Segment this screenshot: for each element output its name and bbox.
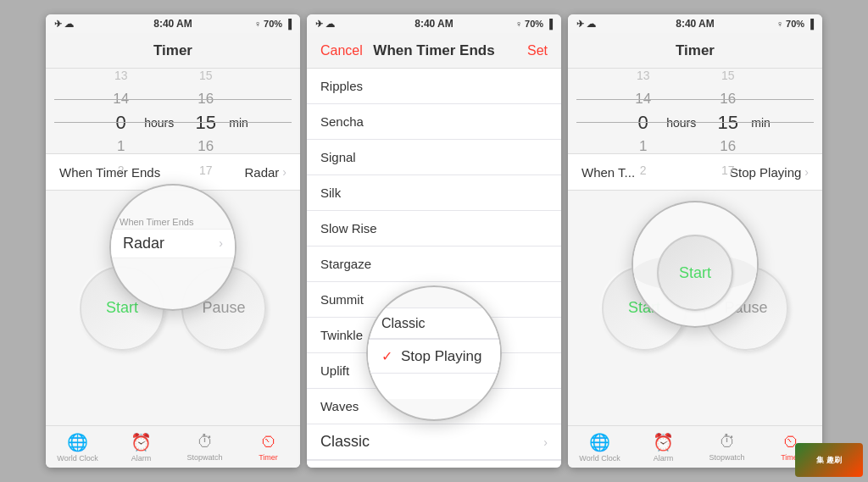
mag3-button-area: Start bbox=[633, 254, 757, 291]
status-time-1: 8:40 AM bbox=[153, 18, 192, 30]
set-button-2[interactable]: Set bbox=[527, 43, 548, 58]
picker-h-14: 14 bbox=[97, 87, 144, 111]
list-item-sencha[interactable]: Sencha bbox=[307, 104, 561, 140]
picker-m3-item bbox=[704, 40, 751, 64]
picker-h-13: 13 bbox=[97, 64, 144, 87]
nav-bar-1: Timer bbox=[46, 33, 300, 69]
picker-hours-col-1[interactable]: 13 14 0 1 2 bbox=[97, 40, 144, 182]
tab-worldclock-1[interactable]: 🌐 World Clock bbox=[46, 432, 109, 463]
tab-alarm-1[interactable]: ⏰ Alarm bbox=[109, 432, 173, 463]
mag3-start-text: Start bbox=[679, 264, 711, 282]
mag-inner-3: Start bbox=[633, 237, 757, 291]
status-time-2: 8:40 AM bbox=[415, 18, 453, 30]
worldclock-label-1: World Clock bbox=[57, 454, 97, 463]
stop-playing-section: Stop Playing bbox=[307, 461, 561, 468]
stopwatch-icon-1: ⏱ bbox=[197, 432, 214, 452]
list-item-stargaze[interactable]: Stargaze bbox=[307, 247, 561, 282]
mag-classic-row[interactable]: Classic bbox=[368, 308, 500, 339]
screenshots-container: ✈ ☁ 8:40 AM ♀ 70% ▐ Timer 13 14 0 1 2 bbox=[0, 0, 868, 482]
picker-mins-col-3[interactable]: 15 16 15 16 17 bbox=[704, 40, 751, 182]
picker-h3-13: 13 bbox=[620, 64, 666, 87]
alarm-icon-3: ⏰ bbox=[653, 432, 674, 452]
status-battery-2: ♀ 70% ▐ bbox=[515, 19, 553, 29]
watermark: 集 趣刷 bbox=[795, 443, 863, 477]
picker-m3-13: 15 bbox=[704, 64, 751, 87]
mag-stop-playing-text: Stop Playing bbox=[401, 348, 481, 365]
mag3-start-circle[interactable]: Start bbox=[657, 235, 733, 311]
picker-h3-0: 0 bbox=[620, 111, 666, 135]
mag-timer-label-1: When Timer Ends bbox=[111, 212, 235, 229]
status-time-3: 8:40 AM bbox=[676, 18, 715, 30]
alarm-label-3: Alarm bbox=[654, 454, 674, 463]
status-bar-2: ✈ ☁ 8:40 AM ♀ 70% ▐ bbox=[307, 14, 561, 33]
nav-title-2: When Timer Ends bbox=[373, 42, 494, 59]
screen1-wrapper: ✈ ☁ 8:40 AM ♀ 70% ▐ Timer 13 14 0 1 2 bbox=[46, 14, 300, 468]
list-item-slowrise[interactable]: Slow Rise bbox=[307, 211, 561, 247]
classic-chevron: › bbox=[543, 435, 548, 449]
alarm-icon-1: ⏰ bbox=[131, 432, 152, 452]
picker-1[interactable]: 13 14 0 1 2 hours 15 16 15 16 17 min bbox=[46, 69, 300, 153]
timer-ends-row-3[interactable]: When T... Stop Playing › bbox=[568, 153, 822, 191]
screen2-magnifier: Classic ✓ Stop Playing bbox=[366, 285, 502, 421]
status-battery-1: ♀ 70% ▐ bbox=[254, 19, 292, 29]
status-bar-3: ✈ ☁ 8:40 AM ♀ 70% ▐ bbox=[568, 14, 822, 33]
screen2-wrapper: ✈ ☁ 8:40 AM ♀ 70% ▐ Cancel When Timer En… bbox=[307, 14, 561, 468]
status-icons-left-3: ✈ ☁ bbox=[576, 19, 596, 30]
mag-radar-text: Radar bbox=[123, 235, 164, 252]
picker-mins-col-1[interactable]: 15 16 15 16 17 bbox=[182, 40, 229, 182]
mag-stop-playing-row[interactable]: ✓ Stop Playing bbox=[368, 340, 500, 374]
start-label-1: Start bbox=[106, 299, 138, 317]
picker-m-item bbox=[182, 40, 229, 64]
screen3-wrapper: ✈ ☁ 8:40 AM ♀ 70% ▐ Timer 13 14 0 1 2 bbox=[568, 14, 822, 468]
cancel-button-2[interactable]: Cancel bbox=[320, 43, 363, 58]
picker-h-1: 1 bbox=[97, 135, 144, 158]
tab-timer-1[interactable]: ⏲ Timer bbox=[236, 432, 300, 462]
tab-worldclock-3[interactable]: 🌐 World Clock bbox=[568, 432, 632, 463]
timer-label-1: Timer bbox=[259, 453, 278, 462]
picker-m-15: 15 bbox=[182, 111, 229, 135]
stopwatch-icon-3: ⏱ bbox=[719, 432, 736, 452]
mag-inner-2: Classic ✓ Stop Playing bbox=[368, 307, 500, 399]
mag-radar-row[interactable]: Radar › bbox=[111, 229, 235, 258]
mag-inner-1: When Timer Ends Radar › bbox=[111, 212, 235, 284]
picker-m3-14: 16 bbox=[704, 87, 751, 111]
picker-h-item bbox=[97, 40, 144, 64]
picker-hours-unit-3: hours bbox=[666, 92, 696, 130]
status-battery-3: ♀ 70% ▐ bbox=[776, 19, 814, 29]
timer-ends-value-1: Radar bbox=[244, 165, 279, 180]
stopwatch-label-1: Stopwatch bbox=[186, 453, 222, 462]
tab-bar-3: 🌐 World Clock ⏰ Alarm ⏱ Stopwatch ⏲ Time… bbox=[568, 425, 822, 468]
timer-ends-value-wrap-1[interactable]: Radar › bbox=[244, 165, 287, 180]
mag-bottom-space bbox=[368, 374, 500, 399]
status-icons-left-1: ✈ ☁ bbox=[54, 19, 74, 30]
list-item-stop-playing[interactable]: Stop Playing bbox=[307, 461, 561, 468]
classic-label: Classic bbox=[320, 433, 370, 451]
list-item-silk[interactable]: Silk bbox=[307, 175, 561, 211]
tab-alarm-3[interactable]: ⏰ Alarm bbox=[632, 432, 695, 463]
picker-m3-16: 16 bbox=[704, 135, 751, 158]
timer-ends-chevron-1: › bbox=[282, 165, 287, 179]
picker-h3-1: 1 bbox=[620, 135, 666, 158]
picker-hours-unit-1: hours bbox=[144, 92, 174, 130]
picker-h3-item bbox=[620, 40, 666, 64]
list-item-classic[interactable]: Classic › bbox=[307, 424, 561, 460]
picker-m-17: 17 bbox=[182, 158, 229, 182]
tab-stopwatch-3[interactable]: ⏱ Stopwatch bbox=[695, 432, 759, 462]
alarm-label-1: Alarm bbox=[131, 454, 152, 463]
picker-h3-14: 14 bbox=[620, 87, 666, 111]
picker-m3-15: 15 bbox=[704, 111, 751, 135]
picker-h-2: 2 bbox=[97, 158, 144, 182]
picker-3[interactable]: 13 14 0 1 2 hours 15 16 15 16 17 min bbox=[568, 69, 822, 153]
list-item-signal[interactable]: Signal bbox=[307, 140, 561, 175]
worldclock-icon-3: 🌐 bbox=[589, 432, 610, 452]
picker-m-16: 16 bbox=[182, 135, 229, 158]
worldclock-label-3: World Clock bbox=[579, 454, 620, 463]
picker-m-13: 15 bbox=[182, 64, 229, 87]
picker-m3-17: 17 bbox=[704, 158, 751, 182]
status-bar-1: ✈ ☁ 8:40 AM ♀ 70% ▐ bbox=[46, 14, 300, 33]
watermark-text: 集 趣刷 bbox=[816, 455, 842, 466]
list-item-ripples[interactable]: Ripples bbox=[307, 69, 561, 104]
picker-h-0: 0 bbox=[97, 111, 144, 135]
tab-stopwatch-1[interactable]: ⏱ Stopwatch bbox=[173, 432, 236, 462]
picker-hours-col-3[interactable]: 13 14 0 1 2 bbox=[620, 40, 666, 182]
